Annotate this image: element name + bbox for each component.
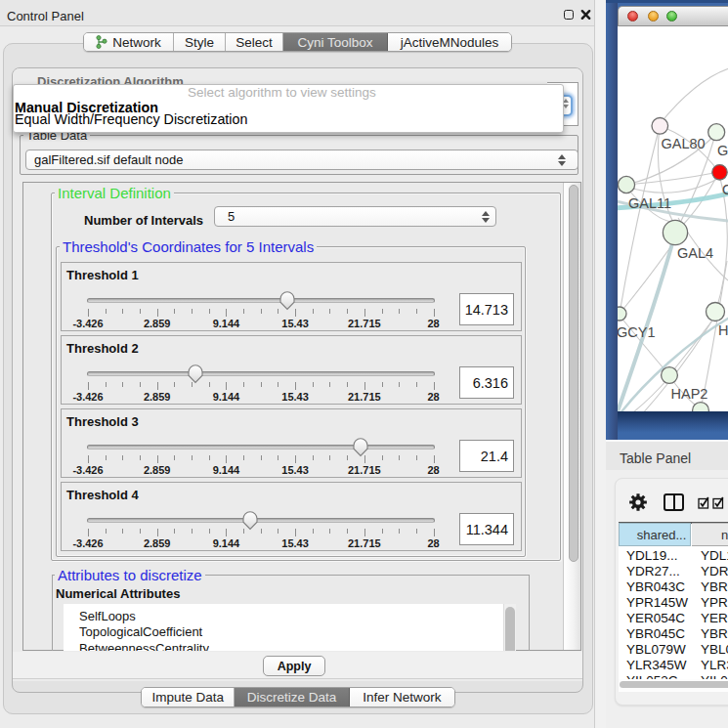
svg-text:C: C [722,182,728,197]
svg-text:H: H [718,322,728,338]
svg-text:GA: GA [717,143,728,158]
svg-text:HAP2: HAP2 [671,386,708,402]
svg-text:GAL80: GAL80 [662,136,706,151]
svg-text:GAL4: GAL4 [677,245,713,261]
svg-text:GCY1: GCY1 [618,324,656,340]
svg-text:GAL11: GAL11 [628,195,671,211]
